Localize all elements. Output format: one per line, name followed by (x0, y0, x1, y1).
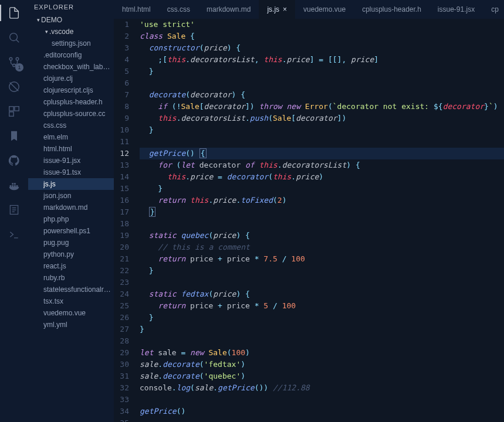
code-line: ;[this.decoratorsList, this.price] = [[]… (140, 54, 504, 66)
tree-file[interactable]: python.py (28, 249, 114, 260)
code-line: static quebec(price) { (140, 230, 504, 241)
line-number: 14 (114, 171, 129, 183)
tab[interactable]: vuedemo.vue (295, 0, 354, 19)
line-number: 23 (114, 277, 129, 288)
tree-file[interactable]: issue-91.jsx (28, 155, 114, 166)
tab-label: css.css (167, 5, 190, 13)
line-number: 35 (114, 417, 129, 422)
line-number: 13 (114, 159, 129, 171)
editor[interactable]: 1234567891011121314151617181920212223242… (114, 19, 504, 422)
line-number: 21 (114, 253, 129, 265)
line-number: 15 (114, 183, 129, 195)
tree-file[interactable]: html.html (28, 143, 114, 155)
tree-file[interactable]: elm.elm (28, 131, 114, 143)
line-number: 28 (114, 335, 129, 347)
tree-file[interactable]: issue-91.tsx (28, 166, 114, 178)
code-line: 'use strict' (140, 19, 504, 30)
line-number: 20 (114, 241, 129, 253)
code-line (140, 277, 504, 288)
line-number: 19 (114, 230, 129, 241)
code-line (140, 335, 504, 347)
line-number: 3 (114, 42, 129, 54)
line-number: 5 (114, 66, 129, 77)
line-number: 2 (114, 30, 129, 42)
terminal-icon[interactable] (6, 226, 22, 243)
tab-label: markdown.md (207, 5, 251, 13)
tree-file[interactable]: yml.yml (28, 319, 114, 331)
github-icon[interactable] (6, 152, 22, 169)
tab[interactable]: cplusplus-header.h (354, 0, 429, 19)
line-number: 26 (114, 312, 129, 324)
source-control-icon[interactable]: 1 (6, 54, 22, 70)
line-number: 24 (114, 288, 129, 300)
tab[interactable]: html.html (114, 0, 159, 19)
line-number: 6 (114, 77, 129, 89)
tab-bar: html.htmlcss.cssmarkdown.mdjs.js×vuedemo… (114, 0, 504, 19)
docker-icon[interactable] (6, 177, 22, 193)
tree-file[interactable]: clojure.clj (28, 73, 114, 84)
tab-label: cplusplus-header.h (362, 5, 421, 13)
tree-folder-vscode[interactable]: ▾ .vscode (28, 26, 114, 38)
line-number: 34 (114, 406, 129, 417)
tree-file[interactable]: vuedemo.vue (28, 307, 114, 319)
code-area[interactable]: 'use strict'class Sale { constructor(pri… (140, 19, 504, 422)
code-line: let sale = new Sale(100) (140, 347, 504, 359)
code-line: } (140, 124, 504, 136)
line-number: 31 (114, 370, 129, 382)
code-line (140, 77, 504, 89)
debug-icon[interactable] (6, 79, 22, 95)
svg-point-1 (9, 57, 12, 60)
search-icon[interactable] (6, 29, 22, 46)
tree-file[interactable]: statelessfunctionalr… (28, 284, 114, 295)
line-number: 17 (114, 206, 129, 218)
tree-file[interactable]: react.js (28, 260, 114, 272)
line-number: 29 (114, 347, 129, 359)
tree-file[interactable]: clojurescript.cljs (28, 84, 114, 96)
code-line: } (140, 265, 504, 277)
extensions-icon[interactable] (6, 103, 22, 120)
tree-file[interactable]: php.php (28, 213, 114, 225)
code-line: getPrice() (140, 406, 504, 417)
tab[interactable]: js.js× (259, 0, 295, 19)
tree-file[interactable]: settings.json (28, 38, 114, 49)
code-line: } (140, 324, 504, 335)
line-number: 12 (114, 148, 129, 159)
tree-file[interactable]: powershell.ps1 (28, 225, 114, 237)
bookmark-icon[interactable] (6, 128, 22, 144)
tree-file[interactable]: cplusplus-source.cc (28, 108, 114, 120)
tab[interactable]: css.css (159, 0, 198, 19)
close-icon[interactable]: × (283, 5, 287, 13)
tree-file[interactable]: .editorconfig (28, 49, 114, 61)
tab[interactable]: issue-91.jsx (429, 0, 483, 19)
tree-file[interactable]: cplusplus-header.h (28, 96, 114, 108)
line-number: 30 (114, 359, 129, 370)
code-line (140, 136, 504, 148)
line-number: 9 (114, 113, 129, 124)
code-line: } (140, 183, 504, 195)
tab[interactable]: markdown.md (198, 0, 259, 19)
editor-group: html.htmlcss.cssmarkdown.mdjs.js×vuedemo… (114, 0, 504, 422)
todo-icon[interactable] (6, 202, 22, 218)
chevron-down-icon: ▾ (35, 17, 41, 23)
tab[interactable]: cp (483, 0, 504, 19)
code-line: if (!Sale[decorator]) throw new Error(`d… (140, 101, 504, 113)
tree-file[interactable]: json.json (28, 190, 114, 202)
line-number: 22 (114, 265, 129, 277)
code-line: class Sale { (140, 30, 504, 42)
tree-file[interactable]: checkbox_with_label… (28, 61, 114, 73)
tree-folder-root[interactable]: ▾ DEMO (28, 14, 114, 26)
code-line: return price + price * 7.5 / 100 (140, 253, 504, 265)
tab-label: vuedemo.vue (303, 5, 346, 13)
line-number: 25 (114, 300, 129, 312)
gutter: 1234567891011121314151617181920212223242… (114, 19, 140, 422)
tree-file[interactable]: ruby.rb (28, 272, 114, 284)
svg-rect-7 (9, 112, 13, 116)
tree-file[interactable]: js.js (28, 178, 114, 190)
files-icon[interactable] (6, 5, 22, 21)
tree-file[interactable]: css.css (28, 120, 114, 131)
tree-file[interactable]: tsx.tsx (28, 295, 114, 307)
tree-file[interactable]: pug.pug (28, 237, 114, 249)
tree-file[interactable]: markdown.md (28, 202, 114, 213)
line-number: 27 (114, 324, 129, 335)
code-line: } (140, 206, 504, 218)
